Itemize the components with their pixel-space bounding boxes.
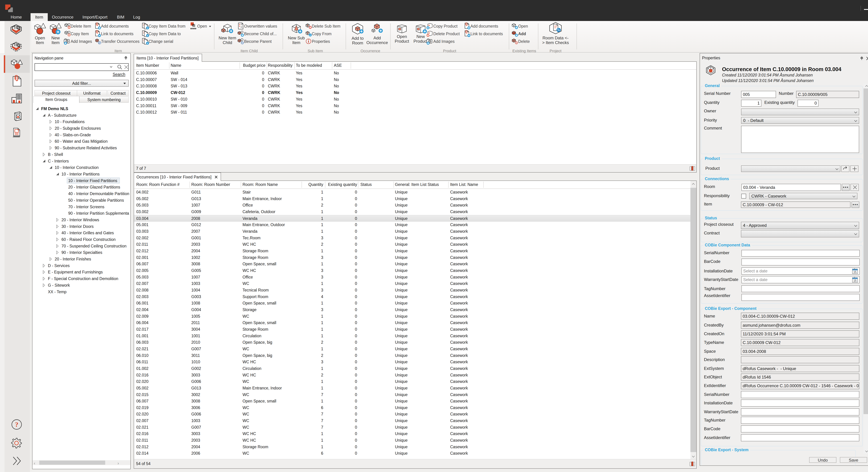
svg-text:15: 15	[854, 270, 857, 273]
svg-text:?: ?	[15, 421, 19, 428]
svg-text:www: www	[190, 27, 196, 30]
svg-text:15: 15	[854, 279, 857, 282]
